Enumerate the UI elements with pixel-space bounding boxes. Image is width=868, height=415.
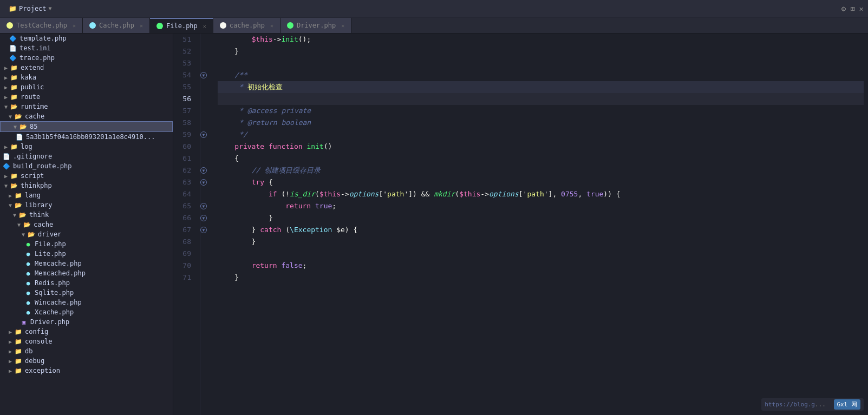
folder-open-icon: 📂 xyxy=(14,113,23,120)
folder-label: lang xyxy=(25,192,41,199)
list-item[interactable]: 📄 test.ini xyxy=(0,43,173,53)
fold-marker-65[interactable]: ▼ xyxy=(200,203,207,209)
sidebar-item-lite-php[interactable]: ● Lite.php xyxy=(0,249,173,259)
php-file-icon: 🔷 xyxy=(9,35,17,42)
tab-driver-php[interactable]: Driver.php ✕ xyxy=(280,18,351,33)
sidebar-item-kaka[interactable]: ▶ 📁 kaka xyxy=(0,73,173,82)
tab-close-test-cache[interactable]: ✕ xyxy=(73,23,76,29)
fold-marker-59[interactable]: ▼ xyxy=(200,131,207,138)
code-editor[interactable]: 51 52 53 54 55 56 57 58 59 60 61 62 63 6… xyxy=(173,34,868,415)
line-num-65: 65 xyxy=(173,200,195,212)
line-num-56: 56 xyxy=(173,93,195,105)
code-line-62: try { xyxy=(218,176,864,188)
sidebar-item-log[interactable]: ▶ 📁 log xyxy=(0,142,173,151)
sidebar-item-script[interactable]: ▶ 📁 script xyxy=(0,171,173,181)
file-label: Sqlite.php xyxy=(35,289,74,297)
php-green-icon: ● xyxy=(24,241,32,248)
fold-marker-66[interactable]: ▼ xyxy=(200,215,207,221)
settings-icon[interactable]: ⚙ xyxy=(841,4,846,13)
fold-marker-67[interactable]: ▼ xyxy=(200,227,207,233)
folder-open-icon: 📂 xyxy=(19,123,28,130)
php-file-icon: ▣ xyxy=(19,319,28,326)
folder-label: console xyxy=(25,338,53,345)
sidebar-item-driver-folder[interactable]: ▼ 📂 driver xyxy=(0,229,173,239)
tab-label-test-cache: TestCache.php xyxy=(16,22,67,29)
sidebar-item-file-php[interactable]: ● File.php xyxy=(0,239,173,249)
arrow-icon: ▼ xyxy=(6,202,14,208)
arrow-icon: ▶ xyxy=(2,84,10,90)
sidebar-item-console[interactable]: ▶ 📁 console xyxy=(0,337,173,346)
tab-close-driver-php[interactable]: ✕ xyxy=(341,23,344,29)
folder-open-icon: 📂 xyxy=(14,202,23,209)
folder-label: cache xyxy=(25,113,44,120)
sidebar-item-85[interactable]: ▼ 📂 85 xyxy=(0,121,173,132)
arrow-icon: ▼ xyxy=(15,222,23,228)
arrow-icon: ▶ xyxy=(6,193,14,199)
list-item[interactable]: 🔷 template.php xyxy=(0,34,173,43)
tab-icon-cache-lower xyxy=(220,22,226,29)
fold-marker-62[interactable]: ▼ xyxy=(200,167,207,174)
sidebar-item-wincache[interactable]: ● Wincache.php xyxy=(0,298,173,307)
chevron-icon: ▼ xyxy=(49,5,52,11)
fold-marker-63[interactable]: ▼ xyxy=(200,179,207,186)
code-line-63: if (!is_dir($this->options['path']) && m… xyxy=(218,188,864,200)
sidebar-item-library[interactable]: ▼ 📂 library xyxy=(0,200,173,210)
sidebar-item-debug[interactable]: ▶ 📁 debug xyxy=(0,356,173,366)
code-line-54: /** xyxy=(218,69,864,81)
tab-test-cache[interactable]: TestCache.php ✕ xyxy=(0,18,83,33)
tab-cache-lower[interactable]: cache.php ✕ xyxy=(213,18,280,33)
list-item[interactable]: 🔷 trace.php xyxy=(0,53,173,63)
arrow-icon: ▶ xyxy=(2,94,10,100)
project-label[interactable]: 📁 Project ▼ xyxy=(4,5,56,12)
arrow-icon: ▶ xyxy=(6,368,14,374)
sidebar-item-exception[interactable]: ▶ 📁 exception xyxy=(0,366,173,376)
php-file-icon: 🔷 xyxy=(9,55,17,62)
line-num-64: 64 xyxy=(173,188,195,200)
fold-marker-54[interactable]: ▼ xyxy=(200,72,207,78)
sidebar-item-runtime[interactable]: ▼ 📂 runtime xyxy=(0,102,173,111)
sidebar-item-public[interactable]: ▶ 📁 public xyxy=(0,82,173,92)
tab-close-cache-lower[interactable]: ✕ xyxy=(270,23,273,29)
sidebar-item-thinkphp[interactable]: ▼ 📂 thinkphp xyxy=(0,181,173,190)
sidebar-item-driver-php[interactable]: ▣ Driver.php xyxy=(0,317,173,327)
php-blue-icon: ● xyxy=(24,299,32,306)
sidebar-item-hash-file[interactable]: 📄 5a3b1b5f04a16bb093201a1e8c4910... xyxy=(0,132,173,142)
sidebar-item-route[interactable]: ▶ 📁 route xyxy=(0,92,173,102)
code-content[interactable]: $this->init(); } /** * 初始化检查 xyxy=(213,34,868,415)
arrow-icon: ▶ xyxy=(2,65,10,71)
sidebar-item-db[interactable]: ▶ 📁 db xyxy=(0,346,173,356)
sidebar-item-xcache[interactable]: ● Xcache.php xyxy=(0,307,173,317)
file-label: 5a3b1b5f04a16bb093201a1e8c4910... xyxy=(26,133,155,141)
sidebar-item-redis[interactable]: ● Redis.php xyxy=(0,278,173,288)
layout-icon[interactable]: ⊞ xyxy=(850,4,854,13)
folder-label: kaka xyxy=(21,74,36,81)
sidebar-item-lang[interactable]: ▶ 📁 lang xyxy=(0,190,173,200)
sidebar-item-memcached[interactable]: ● Memcached.php xyxy=(0,268,173,278)
tab-close-file-php[interactable]: ✕ xyxy=(203,23,206,29)
arrow-icon: ▶ xyxy=(2,173,10,179)
sidebar-item-cache-lib[interactable]: ▼ 📂 cache xyxy=(0,220,173,229)
tab-close-cache-php[interactable]: ✕ xyxy=(140,23,143,29)
line-numbers: 51 52 53 54 55 56 57 58 59 60 61 62 63 6… xyxy=(173,34,200,415)
close-icon[interactable]: ✕ xyxy=(859,4,864,13)
folder-label: runtime xyxy=(21,103,48,110)
watermark: https://blog.g... Gxl 网 xyxy=(761,398,864,411)
tab-file-php[interactable]: File.php ✕ xyxy=(150,18,213,33)
sidebar-item-sqlite[interactable]: ● Sqlite.php xyxy=(0,288,173,298)
sidebar-item-config[interactable]: ▶ 📁 config xyxy=(0,327,173,337)
sidebar-item-build-route[interactable]: 🔷 build_route.php xyxy=(0,161,173,171)
folder-open-icon: 📂 xyxy=(23,221,31,228)
folder-icon: 📁 xyxy=(14,348,23,355)
ini-file-icon: 📄 xyxy=(9,45,17,52)
tab-cache-php[interactable]: Cache.php ✕ xyxy=(83,18,150,33)
arrow-icon: ▼ xyxy=(19,232,27,238)
code-line-60: { xyxy=(218,153,864,164)
sidebar-item-think[interactable]: ▼ 📂 think xyxy=(0,210,173,220)
sidebar-item-memcache[interactable]: ● Memcache.php xyxy=(0,259,173,268)
sidebar-item-gitignore[interactable]: 📄 .gitignore xyxy=(0,151,173,161)
code-line-66: } catch (\Exception $e) { xyxy=(218,224,864,236)
folder-label: public xyxy=(21,83,44,91)
tab-icon-cache-php xyxy=(89,22,96,29)
sidebar-item-extend[interactable]: ▶ 📁 extend xyxy=(0,63,173,73)
sidebar-item-cache[interactable]: ▼ 📂 cache xyxy=(0,111,173,121)
